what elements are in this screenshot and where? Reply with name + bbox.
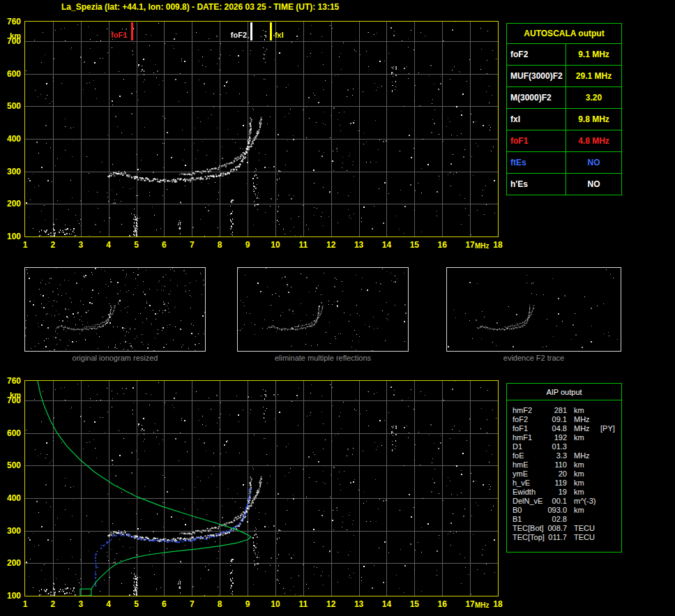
aip-output-table: AIP output hmF2281kmfoF209.1MHzfoF104.8M…	[506, 383, 622, 553]
x-axis-tick-label: 10	[271, 599, 280, 609]
freq-marker-line-fof2	[250, 22, 252, 40]
x-axis-tick-label: 12	[326, 599, 335, 609]
x-axis-unit-label: MHz	[475, 242, 490, 250]
aip-param-label: ymE	[513, 469, 547, 479]
thumbnail-original-canvas	[25, 268, 205, 351]
x-axis-tick-label: 11	[298, 599, 308, 609]
y-axis-tick-label: 200	[1, 558, 21, 568]
y-axis-tick-label: 300	[1, 167, 21, 176]
y-axis-tick-label: 500	[1, 101, 21, 111]
y-axis-tick-label: 760	[1, 376, 21, 386]
x-axis-tick-label: 6	[162, 240, 167, 250]
profile-plot	[24, 380, 499, 596]
aip-param-note	[599, 479, 600, 488]
frequency-markers-layer: foF1foF2fxI	[25, 22, 498, 236]
aip-param-label: foF2	[513, 415, 547, 424]
aip-param-unit: km	[567, 469, 599, 479]
aip-param-value: 09.1	[547, 415, 567, 424]
x-axis-tick-label: 9	[245, 599, 250, 609]
aip-param-unit: km	[567, 488, 599, 497]
station-header-title: La_Spezia (lat: +44.1, lon: 009.8) - DAT…	[61, 2, 339, 12]
aip-row: Ewidth19km	[513, 488, 621, 497]
autoscala-param-label: MUF(3000)F2	[507, 66, 566, 87]
profile-canvas	[25, 381, 498, 596]
x-axis-unit-label: MHz	[475, 601, 490, 609]
aip-param-note	[599, 415, 600, 424]
aip-param-note	[599, 469, 600, 479]
y-axis-unit-label: km	[1, 31, 21, 40]
autoscala-param-label: M(3000)F2	[507, 87, 566, 108]
autoscala-row: ftEsNO	[507, 151, 621, 173]
aip-row: TEC[Bot]008.7TECU	[513, 524, 621, 533]
aip-param-unit	[567, 442, 599, 451]
aip-param-value: 008.7	[547, 524, 567, 533]
aip-table-title: AIP output	[507, 384, 621, 400]
y-axis-tick-label: 300	[1, 526, 21, 536]
x-axis-tick-label: 15	[410, 599, 419, 609]
autoscala-table-title: AUTOSCALA output	[507, 24, 621, 43]
aip-param-unit: km	[567, 433, 599, 442]
aip-table-rows: hmF2281kmfoF209.1MHzfoF104.8MHz[PY]hmF11…	[507, 400, 621, 542]
aip-row: D101.3	[513, 442, 621, 451]
aip-param-note	[599, 506, 600, 515]
x-axis-tick-label: 4	[106, 599, 111, 609]
aip-param-unit	[567, 515, 599, 524]
aip-param-label: B0	[513, 506, 547, 515]
autoscala-row: M(3000)F23.20	[507, 87, 621, 108]
autoscala-output-table: AUTOSCALA output foF29.1 MHzMUF(3000)F22…	[506, 23, 622, 195]
x-axis-tick-label: 17	[465, 599, 474, 609]
x-axis-tick-label: 14	[382, 599, 391, 609]
thumbnail-caption-reflections: eliminate multiple reflections	[237, 354, 409, 362]
x-axis-tick-label: 11	[298, 240, 308, 250]
aip-param-value: 3.3	[547, 451, 567, 460]
thumbnail-f2-trace	[446, 267, 621, 352]
autoscala-param-label: ftEs	[507, 152, 566, 173]
x-axis-tick-label: 13	[354, 240, 363, 250]
thumbnail-f2-canvas	[447, 268, 621, 351]
aip-param-label: D1	[513, 442, 547, 451]
aip-param-note	[599, 533, 600, 542]
aip-param-label: foF1	[513, 424, 547, 433]
aip-param-note	[599, 442, 600, 451]
freq-marker-label-fof1: foF1	[111, 31, 127, 39]
aip-row: hmE110km	[513, 460, 621, 469]
x-axis-tick-label: 10	[271, 240, 280, 250]
y-axis-tick-label: 400	[1, 134, 21, 144]
aip-param-note	[599, 433, 600, 442]
aip-param-unit: km	[567, 460, 599, 469]
aip-param-value: 281	[547, 406, 567, 415]
x-axis-tick-label: 7	[190, 240, 195, 250]
ionogram-plot: foF1foF2fxI	[24, 21, 499, 237]
aip-row: ymE20km	[513, 469, 621, 479]
autoscala-param-label: h'Es	[507, 174, 566, 195]
y-axis-tick-label: 600	[1, 428, 21, 438]
x-axis-tick-label: 15	[410, 240, 419, 250]
aip-param-unit: MHz	[567, 424, 599, 433]
x-axis-tick-label: 16	[438, 599, 447, 609]
aip-row: h_vE119km	[513, 479, 621, 488]
x-axis-tick-label: 1	[23, 240, 28, 250]
x-axis-tick-label: 9	[245, 240, 250, 250]
x-axis-tick-label: 5	[134, 599, 139, 609]
autoscala-row: MUF(3000)F229.1 MHz	[507, 65, 621, 87]
x-axis-tick-label: 1	[23, 599, 28, 609]
x-axis-tick-label: 8	[218, 599, 222, 609]
thumbnail-caption-f2: evidence F2 trace	[446, 354, 621, 362]
thumbnail-reflections-canvas	[238, 268, 408, 351]
aip-param-value: 01.3	[547, 442, 567, 451]
aip-param-label: TEC[Bot]	[513, 524, 547, 533]
thumbnail-multiple-reflections	[237, 267, 409, 352]
aip-param-label: foE	[513, 451, 547, 460]
aip-param-note	[599, 497, 600, 506]
autoscala-param-value: 9.8 MHz	[566, 109, 621, 130]
aip-param-note	[599, 460, 600, 469]
aip-param-unit: km	[567, 406, 599, 415]
y-axis-tick-label: 500	[1, 460, 21, 470]
x-axis-tick-label: 2	[51, 240, 56, 250]
y-axis-unit-label: km	[1, 391, 21, 399]
x-axis-tick-label: 13	[354, 599, 363, 609]
x-axis-tick-label: 6	[162, 599, 167, 609]
aip-param-unit: MHz	[567, 451, 599, 460]
x-axis-tick-label: 16	[438, 240, 447, 250]
aip-param-label: h_vE	[513, 479, 547, 488]
